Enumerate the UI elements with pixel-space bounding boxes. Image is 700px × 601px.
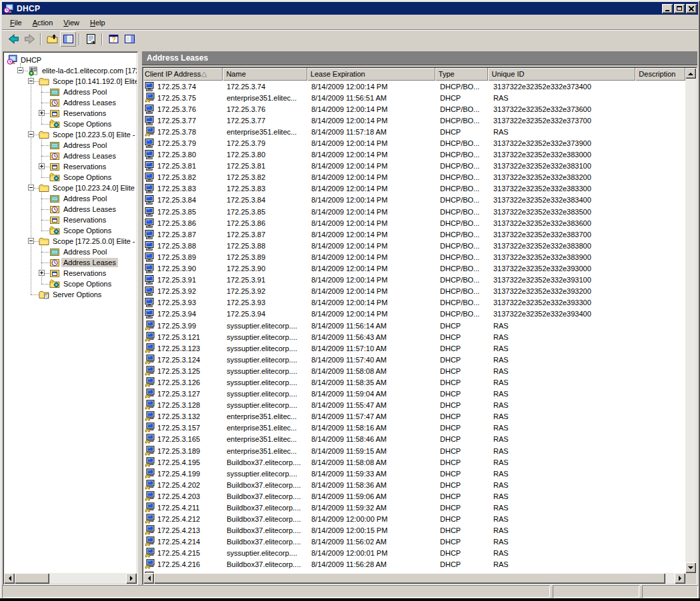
menu-action[interactable]: Action	[27, 17, 59, 28]
table-row[interactable]: 172.25.4.199syssuptier.elitecorp....8/14…	[143, 468, 685, 479]
table-row[interactable]: 172.25.3.85172.25.3.858/14/2009 12:00:14…	[143, 206, 685, 217]
tree-item[interactable]: Scope Options	[4, 279, 137, 289]
list-horizontal-scrollbar[interactable]	[143, 573, 685, 584]
table-row[interactable]: 172.25.3.93172.25.3.938/14/2009 12:00:14…	[143, 297, 685, 308]
table-row[interactable]: 172.25.3.125syssuptier.elitecorp....8/14…	[143, 365, 685, 376]
tree-item[interactable]: Reservations	[4, 215, 137, 225]
table-row[interactable]: 172.25.4.212Buildbox37.elitecorp....8/14…	[143, 514, 685, 525]
close-button[interactable]	[686, 4, 697, 13]
tree-item[interactable]: Address Leases	[4, 97, 137, 108]
tree-item[interactable]: Address Pool	[4, 193, 137, 204]
table-row[interactable]: 172.25.3.86172.25.3.868/14/2009 12:00:14…	[143, 217, 685, 229]
table-row[interactable]: 172.25.3.75enterprise351.elitec...8/14/2…	[143, 92, 685, 103]
table-row[interactable]: 172.25.3.80172.25.3.808/14/2009 12:00:14…	[143, 149, 685, 161]
tree-item[interactable]: Scope [10.223.24.0] Elite - L	[4, 183, 137, 193]
scroll-right-button[interactable]	[126, 573, 137, 584]
tree-item[interactable]: Reservations	[4, 161, 137, 172]
tree-item[interactable]: Address Leases	[4, 204, 137, 215]
tree-item[interactable]: Address Leases	[4, 151, 137, 161]
maximize-button[interactable]	[674, 4, 685, 13]
table-row[interactable]: 172.25.3.90172.25.3.908/14/2009 12:00:14…	[143, 263, 685, 275]
forward-button[interactable]	[21, 31, 37, 47]
column-header-name[interactable]: Name	[223, 68, 307, 81]
title-bar[interactable]: DHCP	[2, 2, 698, 15]
collapse-box[interactable]	[28, 131, 34, 137]
scroll-left-button[interactable]	[4, 573, 15, 584]
table-row[interactable]: 172.25.3.89172.25.3.898/14/2009 12:00:14…	[143, 251, 685, 263]
collapse-box[interactable]	[28, 185, 34, 191]
tree-horizontal-scrollbar[interactable]	[4, 573, 137, 584]
scroll-up-button[interactable]	[685, 68, 696, 79]
table-row[interactable]: 172.25.3.127syssuptier.elitecorp....8/14…	[143, 388, 685, 400]
tree-item[interactable]: Address Pool	[4, 247, 137, 257]
scroll-right-button[interactable]	[675, 573, 685, 584]
tree-item[interactable]: Scope Options	[4, 119, 137, 129]
tree-item[interactable]: Address Pool	[4, 140, 137, 151]
table-row[interactable]: 172.25.3.76172.25.3.768/14/2009 12:00:14…	[143, 103, 685, 115]
expand-box[interactable]	[39, 110, 45, 116]
expand-box[interactable]	[39, 163, 45, 169]
table-row[interactable]: 172.25.3.157enterprise351.elitec...8/14/…	[143, 422, 685, 434]
scrollbar-track[interactable]	[49, 573, 126, 584]
tree-item[interactable]: Address Pool	[4, 87, 137, 97]
tree-item[interactable]: Scope [10.141.192.0] Elite - L	[4, 76, 137, 87]
scrollbar-track[interactable]	[665, 573, 675, 584]
table-row[interactable]: 172.25.3.189enterprise351.elitec...8/14/…	[143, 445, 685, 456]
show-console-tree-button[interactable]	[60, 31, 76, 47]
tree-item[interactable]: DHCP	[4, 55, 137, 65]
collapse-box[interactable]	[28, 238, 34, 244]
table-row[interactable]: 172.25.3.92172.25.3.928/14/2009 12:00:14…	[143, 286, 685, 297]
tree-item[interactable]: Reservations	[4, 108, 137, 119]
column-header-client-ip[interactable]: Client IP Address	[143, 68, 223, 81]
table-row[interactable]: 172.25.4.214Buildbox37.elitecorp....8/14…	[143, 536, 685, 548]
table-row[interactable]: 172.25.4.213Buildbox37.elitecorp....8/14…	[143, 525, 685, 536]
collapse-box[interactable]	[28, 78, 34, 84]
list-vertical-scrollbar[interactable]	[685, 68, 696, 584]
table-row[interactable]: 172.25.3.77172.25.3.778/14/2009 12:00:14…	[143, 115, 685, 126]
tree-item[interactable]: Scope [172.25.0.0] Elite - Lo	[4, 236, 137, 247]
scrollbar-thumb[interactable]	[154, 573, 665, 584]
column-header-lease-expiration[interactable]: Lease Expiration	[307, 68, 435, 81]
table-row[interactable]: 172.25.3.124syssuptier.elitecorp....8/14…	[143, 354, 685, 365]
table-row[interactable]: 172.25.4.215syssuptier.elitecorp....8/14…	[143, 548, 685, 559]
table-row[interactable]: 172.25.3.88172.25.3.888/14/2009 12:00:14…	[143, 240, 685, 251]
up-one-level-button[interactable]	[44, 31, 60, 47]
show-action-pane-button[interactable]	[121, 31, 137, 47]
table-row[interactable]: 172.25.3.126syssuptier.elitecorp....8/14…	[143, 376, 685, 388]
table-row[interactable]: 172.25.3.74172.25.3.748/14/2009 12:00:14…	[143, 81, 685, 92]
scrollbar-thumb[interactable]	[15, 573, 49, 584]
table-row[interactable]: 172.25.4.202Buildbox37.elitecorp....8/14…	[143, 479, 685, 490]
table-row[interactable]: 172.25.4.195Buildbox37.elitecorp....8/14…	[143, 456, 685, 468]
table-row[interactable]: 172.25.3.165enterprise351.elitec...8/14/…	[143, 434, 685, 445]
table-row[interactable]: 172.25.3.82172.25.3.828/14/2009 12:00:14…	[143, 172, 685, 183]
column-header-unique-id[interactable]: Unique ID	[488, 68, 635, 81]
table-row[interactable]: 172.25.4.216Buildbox37.elitecorp....8/14…	[143, 559, 685, 570]
table-row[interactable]: 172.25.3.121syssuptier.elitecorp....8/14…	[143, 331, 685, 342]
table-row[interactable]: 172.25.3.84172.25.3.848/14/2009 12:00:14…	[143, 195, 685, 206]
back-button[interactable]	[5, 31, 21, 47]
table-row[interactable]: 172.25.3.132enterprise351.elitec...8/14/…	[143, 411, 685, 422]
menu-view[interactable]: View	[58, 17, 85, 28]
table-row[interactable]: 172.25.3.128syssuptier.elitecorp....8/14…	[143, 400, 685, 411]
scroll-left-button[interactable]	[143, 573, 154, 584]
collapse-box[interactable]	[17, 67, 23, 73]
table-row[interactable]: 172.25.3.81172.25.3.818/14/2009 12:00:14…	[143, 161, 685, 172]
scrollbar-track[interactable]	[685, 79, 696, 562]
tree-item[interactable]: Scope Options	[4, 172, 137, 183]
tree-item[interactable]: Address Leases	[4, 257, 137, 268]
column-header-type[interactable]: Type	[435, 68, 489, 81]
table-row[interactable]: 172.25.3.87172.25.3.878/14/2009 12:00:14…	[143, 229, 685, 240]
tree-item[interactable]: Reservations	[4, 268, 137, 279]
table-row[interactable]: 172.25.3.123syssuptier.elitecorp....8/14…	[143, 342, 685, 354]
table-row[interactable]: 172.25.3.99syssuptier.elitecorp....8/14/…	[143, 320, 685, 331]
menu-help[interactable]: Help	[85, 17, 111, 28]
expand-box[interactable]	[39, 270, 45, 276]
tree-item[interactable]: Scope [10.223.5.0] Elite - Lo	[4, 129, 137, 140]
minimize-button[interactable]	[662, 4, 673, 13]
table-row[interactable]: 172.25.3.91172.25.3.918/14/2009 12:00:14…	[143, 275, 685, 286]
tree-item[interactable]: Server Options	[4, 289, 137, 300]
table-row[interactable]: 172.25.4.203Buildbox37.elitecorp....8/14…	[143, 490, 685, 502]
help-button[interactable]	[105, 31, 121, 47]
table-row[interactable]: 172.25.3.79172.25.3.798/14/2009 12:00:14…	[143, 137, 685, 149]
scroll-down-button[interactable]	[685, 562, 696, 573]
